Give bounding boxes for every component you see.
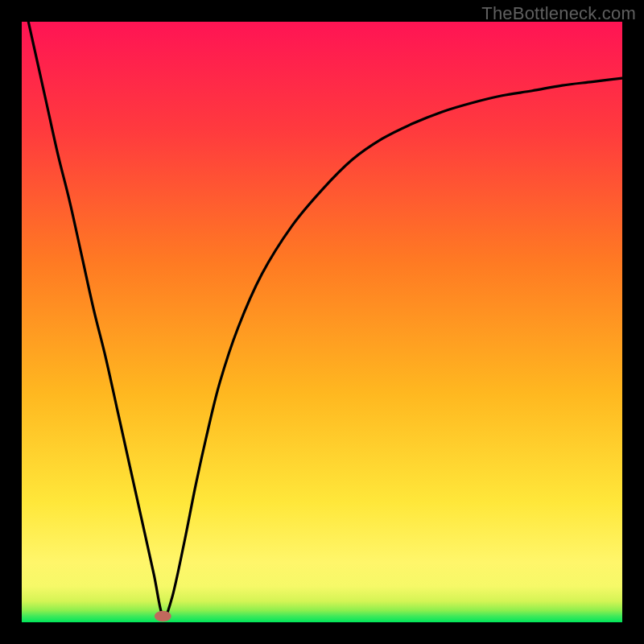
optimal-marker [155,611,171,621]
watermark-text: TheBottleneck.com [481,3,636,24]
bottleneck-chart [22,22,622,622]
gradient-background [22,22,622,622]
chart-frame [22,22,622,622]
